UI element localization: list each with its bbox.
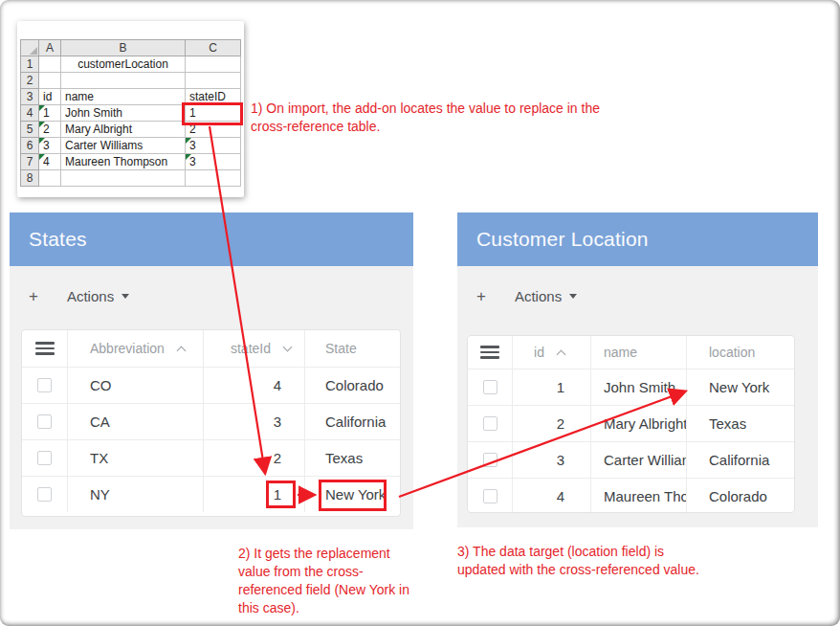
caret-down-icon xyxy=(122,294,129,299)
highlight-box-states-id-1 xyxy=(266,481,296,508)
annotation-note-1: 1) On import, the add-on locates the val… xyxy=(251,100,662,136)
cell-stateid: 3 xyxy=(186,138,241,154)
table-row: CA 3 California xyxy=(22,403,400,439)
cell-abbreviation: CA xyxy=(68,403,204,439)
column-header-location[interactable]: location xyxy=(687,336,794,369)
cell-name-header: name xyxy=(61,89,186,105)
row-checkbox[interactable] xyxy=(483,453,497,467)
page-title: States xyxy=(29,228,87,251)
customer-toolbar: + Actions xyxy=(457,266,818,325)
select-all-cell xyxy=(21,40,39,56)
row-checkbox[interactable] xyxy=(37,451,52,465)
row-number: 6 xyxy=(21,138,39,154)
cell-name: Maureen Thompson xyxy=(61,154,186,170)
cell-stateid: 3 xyxy=(204,403,305,439)
green-corner-flag-icon xyxy=(39,154,45,160)
highlight-box-spreadsheet-stateid xyxy=(182,102,243,125)
cell-name: Carter Williams xyxy=(61,138,186,154)
customer-table: id name location 1 John Smith New York 2… xyxy=(467,335,795,513)
chevron-down-icon[interactable] xyxy=(283,342,293,351)
row-number: 1 xyxy=(21,56,39,73)
caret-down-icon xyxy=(569,294,577,299)
cell-name: John Smith xyxy=(61,105,186,122)
annotation-note-3: 3) The data target (location field) is u… xyxy=(457,543,773,579)
column-header-name[interactable]: name xyxy=(591,336,687,369)
row-number: 2 xyxy=(21,73,39,89)
cell-id: 4 xyxy=(39,154,61,170)
customer-panel-header: Customer Location xyxy=(457,212,818,266)
cell-name: Mary Albright xyxy=(591,405,687,441)
cell-location: California xyxy=(687,441,794,478)
plus-icon[interactable]: + xyxy=(29,288,38,304)
table-row: 4 Maureen Thon Colorado xyxy=(468,478,794,513)
row-number: 8 xyxy=(21,170,39,187)
col-header-b: B xyxy=(61,40,186,56)
states-table-header: Abbreviation stateId State xyxy=(22,330,400,367)
actions-menu-button[interactable]: Actions xyxy=(515,288,577,304)
row-checkbox[interactable] xyxy=(37,414,52,429)
states-toolbar: + Actions xyxy=(10,266,413,325)
cell-location: Texas xyxy=(687,405,794,441)
cell-name: Mary Albright xyxy=(61,122,186,138)
cell-stateid: 3 xyxy=(186,154,241,170)
cell-id: 2 xyxy=(39,122,61,138)
green-corner-flag-icon xyxy=(39,138,45,144)
cell-name: John Smith xyxy=(591,369,687,405)
cell-location: Colorado xyxy=(687,478,794,513)
column-header-state[interactable]: State xyxy=(305,330,400,367)
plus-icon[interactable]: + xyxy=(476,288,486,304)
col-header-c: C xyxy=(186,40,241,56)
cell-abbreviation: NY xyxy=(68,476,204,512)
chevron-up-icon[interactable] xyxy=(557,349,566,359)
table-row: 3 Carter William California xyxy=(468,441,794,478)
table-row: 1 John Smith New York xyxy=(468,369,794,405)
cell-id: 2 xyxy=(513,405,591,441)
column-header-id[interactable]: id xyxy=(513,336,591,369)
table-row: 2 Mary Albright Texas xyxy=(468,405,794,441)
green-corner-flag-icon xyxy=(39,105,45,111)
chevron-up-icon[interactable] xyxy=(176,346,186,355)
cell-state: California xyxy=(305,403,400,439)
annotation-note-2: 2) It gets the replacement value from th… xyxy=(238,545,458,617)
cell-id: 3 xyxy=(513,441,591,478)
hamburger-menu-icon[interactable] xyxy=(480,346,499,358)
cell-id: 4 xyxy=(513,478,591,513)
row-number: 3 xyxy=(21,89,39,105)
row-checkbox[interactable] xyxy=(483,489,497,503)
cell-b1-title: customerLocation xyxy=(61,56,186,73)
cell-id: 1 xyxy=(39,105,61,122)
cell-name: Maureen Thon xyxy=(591,478,687,513)
page-title: Customer Location xyxy=(476,228,649,251)
green-corner-flag-icon xyxy=(186,154,191,160)
row-checkbox[interactable] xyxy=(483,380,497,394)
cell-abbreviation: CO xyxy=(68,367,204,403)
cell-stateid: 4 xyxy=(204,367,305,403)
cell-name: Carter William xyxy=(591,441,687,478)
row-checkbox[interactable] xyxy=(37,378,52,392)
corner-triangle-icon xyxy=(30,47,37,55)
cell-a1 xyxy=(39,56,61,73)
cell-id: 1 xyxy=(513,369,591,405)
cell-c1 xyxy=(186,56,241,73)
cell-stateid: 2 xyxy=(204,439,305,476)
column-header-abbreviation[interactable]: Abbreviation xyxy=(68,330,204,367)
customer-location-panel: Customer Location + Actions id name loca… xyxy=(457,212,818,527)
row-checkbox[interactable] xyxy=(37,487,52,502)
row-number: 5 xyxy=(21,122,39,138)
col-header-a: A xyxy=(39,40,61,56)
cell-state: Colorado xyxy=(305,367,400,403)
tutorial-diagram: A B C 1 customerLocation 2 3 id name sta… xyxy=(0,0,840,626)
green-corner-flag-icon xyxy=(186,138,191,144)
cell-id: 3 xyxy=(39,138,61,154)
row-number: 4 xyxy=(21,105,39,122)
row-number: 7 xyxy=(21,154,39,170)
actions-menu-button[interactable]: Actions xyxy=(67,288,129,304)
row-checkbox[interactable] xyxy=(483,416,497,431)
table-row: TX 2 Texas xyxy=(22,439,400,476)
cell-abbreviation: TX xyxy=(68,439,204,476)
highlight-box-states-new-york xyxy=(319,480,387,511)
column-header-stateid[interactable]: stateId xyxy=(204,330,305,367)
cell-state: Texas xyxy=(305,439,400,476)
green-corner-flag-icon xyxy=(39,122,45,127)
hamburger-menu-icon[interactable] xyxy=(35,342,55,354)
